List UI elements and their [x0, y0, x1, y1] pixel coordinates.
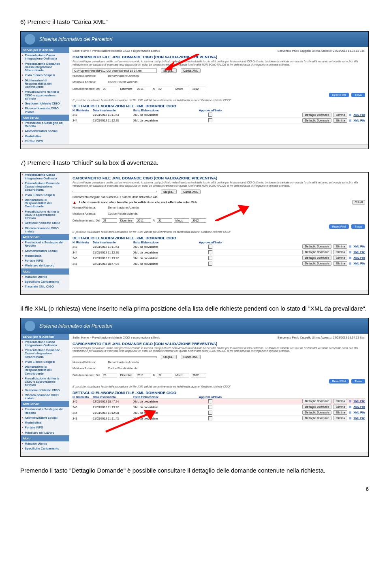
sidebar-item[interactable]: Modulistica	[21, 254, 69, 258]
sidebar-item[interactable]: Invio Elenco Sospesi	[21, 193, 69, 198]
sidebar-item[interactable]: Ammortizzatori Sociali	[21, 249, 69, 254]
sidebar-item[interactable]: Gestione richieste CIGO	[21, 101, 69, 106]
sfoglia-button[interactable]: Sfoglia...	[161, 68, 177, 73]
sidebar-item[interactable]: Manuale Utente	[21, 441, 69, 446]
day1-select[interactable]: 23	[102, 218, 117, 223]
approva-checkbox[interactable]	[208, 118, 212, 122]
sidebar-item[interactable]: Ricerca domande CIGO inviate	[21, 393, 69, 401]
year2-select[interactable]: 2012	[191, 373, 206, 377]
sidebar-item[interactable]: Modulistica	[21, 420, 69, 425]
chiudi-button[interactable]: Chiudi	[352, 200, 365, 205]
sidebar-item[interactable]: Ministero del Lavoro	[21, 430, 69, 435]
sidebar-item[interactable]: Presentazione Domande Cassa Integrazione…	[21, 348, 69, 360]
col-data[interactable]: Data Inserimento	[93, 109, 133, 112]
carica-xml-button[interactable]: Carica XML	[181, 68, 201, 73]
month1-select[interactable]: Dicembre	[119, 373, 134, 377]
sidebar-item[interactable]: Ammortizzatori Sociali	[21, 415, 69, 420]
save-icon[interactable]: ▤	[349, 405, 352, 408]
sidebar-item[interactable]: Manuale Utente	[21, 275, 69, 279]
sidebar-item[interactable]: Dichiarazioni di Responsabilità del Cont…	[21, 198, 69, 209]
file-path-input[interactable]: C:\Program Files\INPS\CIGO d\xml\Eureedi…	[73, 68, 157, 73]
sidebar-item[interactable]: Invio Elenco Sospesi	[21, 73, 69, 78]
year1-select[interactable]: 2011	[136, 87, 151, 91]
xml-file-link[interactable]: XML File	[353, 113, 365, 116]
save-icon[interactable]: ▤	[349, 262, 352, 265]
elimina-button[interactable]: Elimina	[333, 256, 347, 260]
year2-select[interactable]: 2012	[191, 218, 206, 223]
sidebar-item[interactable]: Prevalidazione richieste CIGO e approvaz…	[21, 209, 69, 221]
sidebar-item[interactable]: Tracciato XML CIGO	[21, 284, 69, 289]
sidebar-item[interactable]: Gestione richieste CIGO	[21, 221, 69, 226]
elimina-button[interactable]: Elimina	[333, 405, 347, 409]
save-icon[interactable]: ▤	[349, 119, 352, 122]
trova-button[interactable]: Trova	[351, 379, 365, 383]
file-path-input[interactable]	[73, 191, 157, 192]
sidebar-item[interactable]: Prestazioni a Sostegno del Reddito	[21, 121, 69, 129]
save-icon[interactable]: ▤	[349, 400, 352, 403]
dettaglio-domande-button[interactable]: Dettaglio Domande	[302, 113, 331, 117]
dettaglio-domande-button[interactable]: Dettaglio Domande	[302, 118, 331, 123]
save-icon[interactable]: ▤	[349, 411, 352, 414]
xml-file-link[interactable]: XML File	[353, 405, 365, 408]
elimina-button[interactable]: Elimina	[333, 113, 347, 117]
col-data[interactable]: Data Inserimento	[93, 241, 133, 244]
sidebar-item[interactable]: Ricerca domande CIGO inviate	[21, 226, 69, 234]
sidebar-item[interactable]: Prevalidazione richieste CIGO e approvaz…	[21, 89, 69, 101]
month2-select[interactable]: Marzo	[174, 373, 189, 377]
month1-select[interactable]: Dicembre	[119, 218, 134, 223]
xml-file-link[interactable]: XML File	[353, 262, 365, 265]
sidebar-item[interactable]: Invio Elenco Sospesi	[21, 360, 69, 364]
sidebar-item[interactable]: Portale INPS	[21, 258, 69, 263]
xml-file-link[interactable]: XML File	[353, 417, 365, 420]
sidebar-item[interactable]: Dichiarazioni di Responsabilità del Cont…	[21, 364, 69, 376]
approva-checkbox[interactable]	[208, 245, 212, 249]
reset-filtri-button[interactable]: Reset Filtri	[329, 224, 349, 229]
sidebar-item[interactable]: Ammortizzatori Sociali	[21, 129, 69, 134]
elimina-button[interactable]: Elimina	[333, 399, 347, 403]
year1-select[interactable]: 2011	[136, 218, 151, 223]
sidebar-item[interactable]: Presentazione Domande Cassa Integrazione…	[21, 181, 69, 193]
sidebar-item[interactable]: Presentazione Cassa Integrazione Ordinar…	[21, 53, 69, 62]
year2-select[interactable]: 2012	[191, 87, 206, 91]
elimina-button[interactable]: Elimina	[333, 416, 347, 420]
approva-checkbox[interactable]	[208, 405, 212, 409]
reset-filtri-button[interactable]: Reset Filtri	[329, 93, 349, 97]
dettaglio-domande-button[interactable]: Dettaglio Domande	[302, 405, 331, 409]
dettaglio-domande-button[interactable]: Dettaglio Domande	[302, 416, 331, 420]
carica-xml-button[interactable]: Carica XML	[181, 355, 201, 359]
xml-file-link[interactable]: XML File	[353, 256, 365, 259]
sidebar-item[interactable]: Ricerca domande CIGO inviate	[21, 106, 69, 115]
sidebar-item[interactable]: Presentazione Cassa Integrazione Ordinar…	[21, 173, 69, 181]
sidebar-item[interactable]: Specifiche Caricamento	[21, 279, 69, 284]
xml-file-link[interactable]: XML File	[353, 251, 365, 254]
approva-checkbox[interactable]	[208, 416, 212, 420]
approva-checkbox[interactable]	[208, 113, 212, 117]
sidebar-item[interactable]: Specifiche Caricamento	[21, 446, 69, 451]
approva-checkbox[interactable]	[208, 256, 212, 260]
sidebar-item[interactable]: Presentazione Cassa Integrazione Ordinar…	[21, 340, 69, 348]
dettaglio-domande-button[interactable]: Dettaglio Domande	[302, 261, 331, 266]
file-path-input[interactable]	[73, 356, 157, 358]
elimina-button[interactable]: Elimina	[333, 410, 347, 415]
xml-file-link[interactable]: XML File	[353, 245, 365, 248]
save-icon[interactable]: ▤	[349, 256, 352, 259]
xml-file-link[interactable]: XML File	[353, 400, 365, 403]
sidebar-item[interactable]: Prestazioni a Sostegno del Reddito	[21, 240, 69, 249]
scrollbar[interactable]	[21, 144, 368, 149]
carica-xml-button[interactable]: Carica XML	[181, 190, 201, 194]
sidebar-item[interactable]: Portale INPS	[21, 425, 69, 430]
trova-button[interactable]: Trova	[351, 93, 365, 97]
save-icon[interactable]: ▤	[349, 245, 352, 248]
month1-select[interactable]: Dicembre	[119, 87, 134, 91]
dettaglio-domande-button[interactable]: Dettaglio Domande	[302, 410, 331, 415]
approva-checkbox[interactable]	[208, 411, 212, 415]
scrollbar[interactable]	[21, 290, 368, 294]
sfoglia-button[interactable]: Sfoglia...	[161, 355, 177, 359]
dettaglio-domande-button[interactable]: Dettaglio Domande	[302, 244, 331, 249]
day1-select[interactable]: 23	[102, 373, 117, 377]
sidebar-item[interactable]: Ministero del Lavoro	[21, 263, 69, 268]
day2-select[interactable]: 22	[157, 218, 172, 223]
month2-select[interactable]: Marzo	[174, 87, 189, 91]
approva-checkbox[interactable]	[208, 250, 212, 254]
trova-button[interactable]: Trova	[351, 224, 365, 229]
